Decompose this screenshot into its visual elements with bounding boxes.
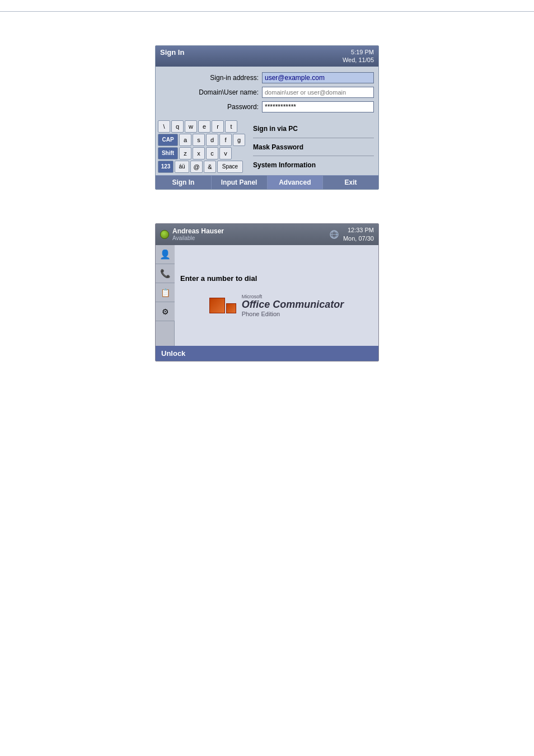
mask-password[interactable]: Mask Password: [253, 142, 374, 152]
key-t[interactable]: t: [225, 120, 237, 133]
signin-time: 5:19 PM: [343, 48, 374, 56]
kb-row-3: Shift z x c v: [158, 147, 246, 159]
comm-titlebar: Andreas Hauser Available: [156, 224, 378, 246]
sidebar-contacts[interactable]: 👤: [156, 245, 175, 264]
signin-datetime: 5:19 PM Wed, 11/05: [343, 48, 374, 64]
comm-logo-text: Microsoft Office Communicator Phone Edit…: [242, 294, 344, 317]
suite-label: Phone Edition: [242, 311, 344, 317]
kb-row-1: \ q w e r t: [158, 120, 246, 133]
key-shift[interactable]: Shift: [158, 147, 178, 159]
password-input[interactable]: [262, 101, 374, 112]
right-panel: Sign in via PC Mask Password System Info…: [249, 119, 378, 175]
key-backslash[interactable]: \: [158, 120, 170, 133]
user-info: Andreas Hauser Available: [172, 227, 325, 241]
keyboard-panel: \ q w e r t CAP a s d f g: [156, 119, 249, 175]
advanced-button[interactable]: Advanced: [268, 176, 324, 189]
key-z[interactable]: z: [179, 147, 191, 159]
unlock-label: Unlock: [161, 349, 185, 358]
key-v[interactable]: v: [219, 147, 232, 159]
key-a[interactable]: a: [179, 134, 191, 146]
comm-sidebar: 👤 📞 📋 ⚙: [156, 245, 175, 346]
signin-toolbar: Sign In Input Panel Advanced Exit: [156, 175, 378, 189]
kb-row-4: 123 áü @ & Space: [158, 161, 246, 173]
comm-main: Enter a number to dial Microsoft Office …: [175, 245, 378, 346]
oc-box-small: [226, 303, 236, 313]
sidebar-history[interactable]: 📋: [156, 283, 175, 302]
comm-date-value: Mon, 07/30: [343, 234, 374, 243]
network-svg: [329, 230, 340, 239]
key-r[interactable]: r: [212, 120, 224, 133]
domain-input[interactable]: [262, 87, 374, 98]
divider-2: [253, 156, 374, 156]
oc-box-large: [209, 298, 225, 313]
network-icon: [329, 231, 340, 238]
key-q[interactable]: q: [171, 120, 184, 133]
office-label: Office Communicator: [242, 299, 344, 311]
communicator-wrapper: Andreas Hauser Available: [0, 223, 534, 362]
username: Andreas Hauser: [172, 227, 325, 235]
signin-widget: Sign In 5:19 PM Wed, 11/05 Sign-in addre…: [155, 45, 379, 190]
page-container: Sign In 5:19 PM Wed, 11/05 Sign-in addre…: [0, 0, 534, 756]
comm-body: 👤 📞 📋 ⚙ Enter a number to dial: [156, 245, 378, 346]
key-123[interactable]: 123: [158, 161, 174, 173]
unlock-bar[interactable]: Unlock: [156, 346, 378, 361]
sidebar-settings[interactable]: ⚙: [156, 302, 175, 321]
key-amp[interactable]: &: [204, 161, 216, 173]
input-panel-button[interactable]: Input Panel: [212, 176, 268, 189]
enter-number-label: Enter a number to dial: [180, 274, 257, 283]
signin-wrapper: Sign In 5:19 PM Wed, 11/05 Sign-in addre…: [0, 45, 534, 190]
sidebar-phone[interactable]: 📞: [156, 264, 175, 283]
key-c[interactable]: c: [206, 147, 218, 159]
key-f[interactable]: f: [219, 134, 232, 146]
signin-date: Wed, 11/05: [343, 56, 374, 64]
exit-button[interactable]: Exit: [323, 176, 378, 189]
key-e[interactable]: e: [198, 120, 210, 133]
signin-title: Sign In: [160, 48, 184, 57]
domain-label: Domain\User name:: [199, 88, 259, 96]
kb-row-2: CAP a s d f g: [158, 134, 246, 146]
key-x[interactable]: x: [193, 147, 205, 159]
key-space[interactable]: Space: [217, 161, 243, 173]
key-g[interactable]: g: [233, 134, 245, 146]
domain-row: Domain\User name:: [160, 87, 374, 98]
history-icon: 📋: [161, 288, 170, 297]
password-label: Password:: [227, 103, 259, 111]
password-row: Password:: [160, 101, 374, 112]
key-cap[interactable]: CAP: [158, 134, 178, 146]
comm-datetime: 12:33 PM Mon, 07/30: [343, 226, 374, 243]
communicator-widget: Andreas Hauser Available: [155, 223, 379, 362]
signin-keyboard-area: \ q w e r t CAP a s d f g: [156, 119, 378, 175]
status-dot: [160, 230, 169, 239]
contacts-icon: 👤: [160, 249, 171, 260]
address-input[interactable]: [262, 72, 374, 83]
key-d[interactable]: d: [206, 134, 218, 146]
key-w[interactable]: w: [185, 120, 197, 133]
signin-button[interactable]: Sign In: [156, 176, 212, 189]
comm-time-value: 12:33 PM: [343, 226, 374, 234]
comm-logo: Microsoft Office Communicator Phone Edit…: [209, 294, 344, 317]
address-row: Sign-in address:: [160, 72, 374, 83]
signin-titlebar: Sign In 5:19 PM Wed, 11/05: [156, 46, 378, 67]
titlebar-right: 12:33 PM Mon, 07/30: [329, 226, 374, 243]
key-s[interactable]: s: [193, 134, 205, 146]
oc-logo-boxes: [209, 298, 236, 313]
address-label: Sign-in address:: [210, 74, 259, 82]
settings-icon: ⚙: [162, 307, 169, 316]
status-text: Available: [172, 235, 325, 241]
key-at[interactable]: @: [190, 161, 203, 173]
signin-content: Sign-in address: Domain\User name: Passw…: [156, 67, 378, 119]
signin-via-pc[interactable]: Sign in via PC: [253, 124, 374, 134]
system-information[interactable]: System Information: [253, 160, 374, 170]
phone-icon: 📞: [160, 269, 171, 279]
top-divider: [0, 11, 534, 12]
key-auu[interactable]: áü: [175, 161, 189, 173]
divider-1: [253, 138, 374, 138]
